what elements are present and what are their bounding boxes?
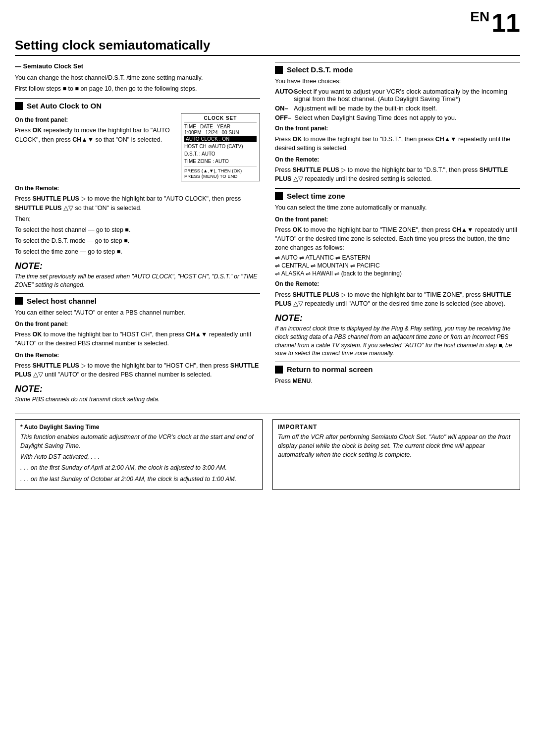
time-value: 1:00PM <box>184 130 201 135</box>
auto-dst-box: * Auto Daylight Saving Time This functio… <box>15 419 263 490</box>
dst-on-label: ON– <box>275 105 291 112</box>
tz-front-label: On the front panel: <box>275 216 520 224</box>
dst-remote-label: On the Remote: <box>275 156 520 164</box>
dst-intro: You have three choices: <box>275 77 520 86</box>
note3-title: NOTE: <box>275 313 520 324</box>
intro-text1: You can change the host channel/D.S.T. /… <box>15 73 260 82</box>
set-auto-clock-section: Set Auto Clock to ON On the front panel:… <box>15 98 260 256</box>
tz-remote-text: Press SHUTTLE PLUS ▷ to move the highlig… <box>275 290 520 308</box>
front-panel-text-area: On the front panel: Press OK repeatedly … <box>15 113 174 146</box>
note3-text: If an incorrect clock time is displayed … <box>275 324 520 358</box>
intro-text2: First follow steps ■ to ■ on page 10, th… <box>15 84 260 93</box>
clock-set-area: On the front panel: Press OK repeatedly … <box>15 113 260 181</box>
note3-block: NOTE: If an incorrect clock time is disp… <box>275 313 520 358</box>
dst-off-text: Select when Daylight Saving Time does no… <box>294 114 456 121</box>
set-auto-clock-header: Set Auto Clock to ON <box>15 98 260 110</box>
page-title: Setting clock semiautomatically <box>15 38 520 56</box>
select-dst-icon <box>275 66 283 74</box>
press2-text: PRESS (MENU) TO END <box>184 173 257 179</box>
return-normal-section: Return to normal screen Press MENU. <box>275 362 520 385</box>
front-panel-label: On the front panel: <box>15 116 174 124</box>
select-dst-section: Select D.S.T. mode You have three choice… <box>275 62 520 183</box>
important-box: IMPORTANT Turn off the VCR after perform… <box>272 419 520 490</box>
note1-title: NOTE: <box>15 261 260 271</box>
page-number: 11 <box>491 10 520 36</box>
press1: PRESS (▲,▼), THEN (OK) PRESS (MENU) TO E… <box>184 166 257 179</box>
return-normal-header: Return to normal screen <box>275 362 520 374</box>
remote-text2: Then; <box>15 215 260 223</box>
auto-dst-text2: With Auto DST activated, . . . <box>20 452 257 461</box>
host-ch-intro: You can either select "AUTO" or enter a … <box>15 308 260 317</box>
press1-text: PRESS (▲,▼), THEN (OK) <box>184 168 257 173</box>
set-auto-clock-title: Set Auto Clock to ON <box>27 102 102 110</box>
note1-text: The time set previously will be erased w… <box>15 272 260 289</box>
auto-dst-title: * Auto Daylight Saving Time <box>20 424 257 431</box>
time-label: TIME <box>184 124 196 129</box>
select-host-channel-header: Select host channel <box>15 293 260 305</box>
clock-set-header-row: TIME DATE YEAR <box>184 124 257 129</box>
select-timezone-section: Select time zone You can select the time… <box>275 188 520 308</box>
auto-clock-row: AUTO CLOCK : ON <box>184 136 257 142</box>
select-host-channel-title: Select host channel <box>27 297 97 305</box>
auto-dst-text3: . . . on the first Sunday of April at 2:… <box>20 463 257 472</box>
select-dst-title: Select D.S.T. mode <box>287 65 353 74</box>
select-host-channel-section: Select host channel You can either selec… <box>15 293 260 379</box>
tz-line1-text: ⇌ AUTO ⇌ ATLANTIC ⇌ EASTERN <box>275 254 370 261</box>
clock-set-values-row: 1:00PM 12/24 00 SUN <box>184 130 257 135</box>
dst-row: D.S.T. : AUTO <box>184 150 257 158</box>
remote-text1: Press SHUTTLE PLUS ▷ to move the highlig… <box>15 194 260 212</box>
dst-remote-text: Press SHUTTLE PLUS ▷ to move the highlig… <box>275 165 520 183</box>
dst-auto-text: Select if you want to adjust your VCR's … <box>294 88 520 103</box>
note2-block: NOTE: Some PBS channels do not transmit … <box>15 384 260 404</box>
clock-set-title: CLOCK SET <box>184 115 257 122</box>
note2-text: Some PBS channels do not transmit clock … <box>15 395 260 404</box>
date-value: 12/24 <box>205 130 217 135</box>
front-panel-text: Press OK repeatedly to move the highligh… <box>15 126 174 144</box>
remote-text5: To select the time zone — go to step ■. <box>15 247 260 256</box>
important-title: IMPORTANT <box>278 424 515 431</box>
semiauto-header-section: — Semiauto Clock Set You can change the … <box>15 62 260 93</box>
semiauto-subhead: — Semiauto Clock Set <box>15 62 260 71</box>
dst-front-label: On the front panel: <box>275 124 520 133</box>
note1-block: NOTE: The time set previously will be er… <box>15 261 260 289</box>
dst-front-text: Press OK to move the highlight bar to "D… <box>275 135 520 153</box>
dst-off-item: OFF– Select when Daylight Saving Time do… <box>275 114 520 121</box>
return-normal-text: Press MENU. <box>275 377 520 385</box>
tz-intro: You can select the time zone automatical… <box>275 203 520 212</box>
right-column: Select D.S.T. mode You have three choice… <box>275 62 520 408</box>
remote-label-1: On the Remote: <box>15 184 260 193</box>
dst-off-label: OFF– <box>275 114 291 121</box>
remote-text4: To select the D.S.T. mode — go to step ■… <box>15 236 260 245</box>
bottom-section: * Auto Daylight Saving Time This functio… <box>15 414 520 490</box>
host-ch-front-text: Press OK to move the highlight bar to "H… <box>15 330 260 348</box>
dst-auto-label: AUTO– <box>275 88 291 103</box>
tz-line2: ⇌ CENTRAL ⇌ MOUNTAIN ⇌ PACIFIC <box>275 262 520 269</box>
important-text: Turn off the VCR after performing Semiau… <box>278 432 515 459</box>
select-dst-header: Select D.S.T. mode <box>275 62 520 74</box>
host-ch-remote-label: On the Remote: <box>15 351 260 360</box>
tz-remote-label: On the Remote: <box>275 280 520 288</box>
en-label: EN <box>470 10 489 24</box>
tz-front-text: Press OK to move the highlight bar to "T… <box>275 225 520 252</box>
tz-line2-text: ⇌ CENTRAL ⇌ MOUNTAIN ⇌ PACIFIC <box>275 262 380 269</box>
year-label: YEAR <box>217 124 230 129</box>
set-auto-clock-icon <box>15 102 23 110</box>
return-normal-icon <box>275 366 283 374</box>
tz-line1: ⇌ AUTO ⇌ ATLANTIC ⇌ EASTERN <box>275 254 520 261</box>
clock-set-box: CLOCK SET TIME DATE YEAR 1:00PM 12/24 00… <box>181 113 260 181</box>
return-normal-title: Return to normal screen <box>287 365 373 374</box>
host-ch-remote-text: Press SHUTTLE PLUS ▷ to move the highlig… <box>15 361 260 379</box>
tz-line3-text: ⇌ ALASKA ⇌ HAWAII ⇌ (back to the beginni… <box>275 270 402 277</box>
host-ch-row: HOST CH ⊘AUTO (CATV) <box>184 143 257 150</box>
dst-on-item: ON– Adjustment will be made by the built… <box>275 105 520 112</box>
tz-line3: ⇌ ALASKA ⇌ HAWAII ⇌ (back to the beginni… <box>275 270 520 277</box>
year-value: 00 SUN <box>222 130 239 135</box>
auto-dst-text4: . . . on the last Sunday of October at 2… <box>20 475 257 484</box>
note2-title: NOTE: <box>15 384 260 394</box>
page-header: EN 11 <box>15 10 520 36</box>
select-timezone-icon <box>275 192 283 200</box>
select-host-channel-icon <box>15 297 23 305</box>
select-timezone-title: Select time zone <box>287 192 345 200</box>
dst-auto-item: AUTO– Select if you want to adjust your … <box>275 88 520 103</box>
dst-on-text: Adjustment will be made by the built-in … <box>294 105 437 112</box>
